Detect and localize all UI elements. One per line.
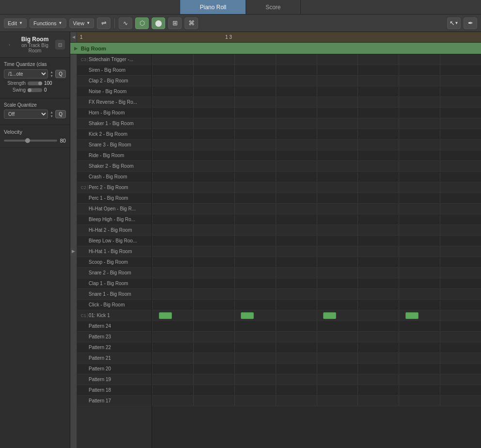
brush-tool-btn[interactable]: ⬤	[152, 17, 165, 29]
grid-row[interactable]	[152, 300, 481, 310]
region-options-btn[interactable]: ⊡	[55, 40, 65, 49]
scale-value-select[interactable]: Off	[4, 110, 48, 119]
grid-row[interactable]	[152, 278, 481, 289]
strength-label: Strength	[4, 80, 26, 86]
grid-line	[152, 353, 153, 363]
grid-line	[317, 193, 317, 203]
view-menu-btn[interactable]: View ▼	[69, 18, 94, 28]
grid-row[interactable]	[152, 54, 481, 65]
grid-line	[357, 385, 358, 395]
grid-line	[276, 76, 276, 86]
note-value-select[interactable]: /1...ote	[4, 69, 48, 79]
grid-line	[399, 204, 399, 214]
grid-row[interactable]	[152, 385, 481, 396]
grid-row[interactable]	[152, 246, 481, 257]
grid-row[interactable]	[152, 268, 481, 278]
grid-row[interactable]	[152, 182, 481, 193]
grid-row[interactable]	[152, 161, 481, 172]
grid-row[interactable]	[152, 65, 481, 76]
grid-line	[234, 289, 235, 299]
grid-row[interactable]	[152, 97, 481, 108]
grid-line	[152, 76, 153, 86]
grid-row[interactable]	[152, 236, 481, 246]
grid-line	[276, 65, 276, 75]
grid-line	[357, 310, 358, 320]
functions-menu-btn[interactable]: Functions ▼	[30, 18, 66, 28]
note-block[interactable]	[241, 312, 254, 319]
grid-line	[440, 321, 440, 331]
track-name-row: C2Perc 2 - Big Room	[77, 182, 152, 193]
grid-row[interactable]	[152, 140, 481, 150]
grid-row[interactable]	[152, 108, 481, 118]
region-play-btn[interactable]: ▶	[74, 46, 78, 51]
color-tool-btn[interactable]: ⬡	[135, 17, 149, 29]
grid-row[interactable]	[152, 321, 481, 332]
grid-line	[440, 236, 440, 246]
track-name-row: Horn - Big Room	[77, 108, 152, 118]
grid-row[interactable]	[152, 214, 481, 225]
grid-row[interactable]	[152, 364, 481, 374]
grid-row[interactable]	[152, 310, 481, 321]
grid-line	[399, 236, 399, 246]
strength-slider[interactable]	[28, 81, 42, 85]
pointer-tool-btn[interactable]: ↖ ▼	[447, 17, 461, 29]
note-block[interactable]	[405, 312, 419, 319]
grid-line	[276, 118, 276, 128]
piano-scroll-arrow[interactable]: ▶	[70, 54, 77, 448]
chevron-down-icon: ▼	[19, 21, 23, 25]
grid-line	[317, 353, 317, 363]
quantize-label: Time Quantize (clas	[4, 62, 66, 67]
grid-line	[440, 86, 440, 96]
grid-row[interactable]	[152, 225, 481, 236]
swing-row: Swing 0	[4, 87, 66, 93]
note-arrows[interactable]: ▲ ▼	[50, 70, 53, 78]
tab-score[interactable]: Score	[246, 0, 300, 14]
chevron-right-icon: ▶	[72, 249, 75, 254]
grid-line	[357, 65, 358, 75]
grid-container[interactable]	[152, 54, 481, 448]
grid-line	[152, 65, 153, 75]
track-instrument-name: Pattern 23	[89, 334, 111, 339]
grid-row[interactable]	[152, 150, 481, 161]
grid-line	[440, 289, 440, 299]
grid-row[interactable]	[152, 353, 481, 364]
grid-line	[276, 364, 276, 374]
scale-arrows[interactable]: ▲ ▼	[50, 111, 53, 118]
scroll-left-btn[interactable]: ◀	[70, 32, 77, 42]
grid-row[interactable]	[152, 118, 481, 129]
grid-line	[193, 310, 194, 320]
grid-line	[399, 246, 399, 256]
settings-icon-btn[interactable]: ⇌	[97, 17, 110, 29]
link-tool-btn[interactable]: ⌘	[185, 17, 198, 29]
scale-quantize-btn[interactable]: Q	[55, 110, 66, 118]
track-name-row: Ride - Big Room	[77, 150, 152, 161]
scale-quantize-row: Off ▲ ▼ Q	[4, 110, 66, 119]
grid-row[interactable]	[152, 332, 481, 342]
grid-line	[193, 385, 194, 395]
grid-row[interactable]	[152, 204, 481, 214]
grid-row[interactable]	[152, 289, 481, 300]
grid-row[interactable]	[152, 76, 481, 86]
grid-row[interactable]	[152, 257, 481, 268]
pen-tool-btn[interactable]: ✒	[464, 17, 477, 29]
quantize-btn[interactable]: Q	[55, 70, 66, 78]
grid-row[interactable]	[152, 172, 481, 182]
grid-row[interactable]	[152, 86, 481, 97]
options-icon: ⊡	[58, 42, 62, 48]
swing-slider[interactable]	[28, 88, 42, 92]
grid-line	[399, 278, 399, 288]
grid-row[interactable]	[152, 396, 481, 406]
grid-row[interactable]	[152, 129, 481, 140]
grid-row[interactable]	[152, 193, 481, 204]
grid-line	[399, 65, 399, 75]
curve-tool-btn[interactable]: ∿	[119, 17, 132, 29]
grid-line	[234, 396, 235, 406]
snap-tool-btn[interactable]: ⊞	[168, 17, 182, 29]
tab-piano-roll[interactable]: Piano Roll	[180, 0, 246, 14]
note-block[interactable]	[159, 312, 172, 319]
edit-menu-btn[interactable]: Edit ▼	[4, 18, 27, 28]
velocity-slider[interactable]	[4, 140, 57, 142]
grid-row[interactable]	[152, 342, 481, 353]
note-block[interactable]	[323, 312, 336, 319]
grid-row[interactable]	[152, 374, 481, 385]
